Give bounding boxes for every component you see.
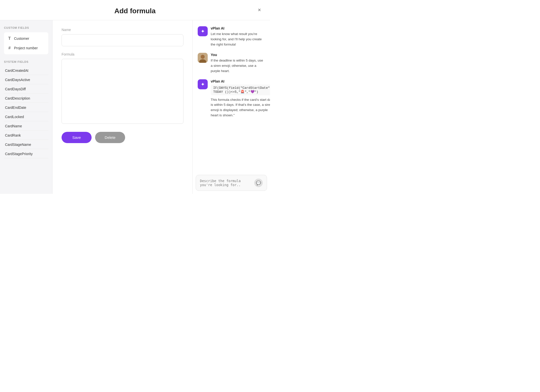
name-field-group: Name xyxy=(62,28,183,46)
modal-title: Add formula xyxy=(114,7,156,15)
message-sender: You xyxy=(211,53,265,57)
message-sender: vPlan AI xyxy=(211,26,265,30)
modal-header: Add formula × xyxy=(0,0,270,20)
chat-message: ✦ vPlan AIIF(DAYS(field("CardStartDate")… xyxy=(198,79,265,118)
system-field-item[interactable]: CardName xyxy=(4,122,48,131)
message-text: Let me know what result you're looking f… xyxy=(211,32,265,47)
message-code: IF(DAYS(field("CardStartDate"), TODAY ()… xyxy=(211,85,270,95)
chat-message: ✦ vPlan AILet me know what result you're… xyxy=(198,26,265,47)
message-text: If the deadline is within 5 days, use a … xyxy=(211,58,265,74)
system-fields-title: SYSTEM FIELDS xyxy=(4,60,48,63)
avatar: ✦ xyxy=(198,26,208,36)
custom-field-item[interactable]: T Customer xyxy=(4,34,48,43)
system-field-item[interactable]: CardStageName xyxy=(4,140,48,149)
chat-messages: ✦ vPlan AILet me know what result you're… xyxy=(193,20,270,172)
system-field-item[interactable]: CardStagePriority xyxy=(4,150,48,158)
formula-field-group: Formula xyxy=(62,52,183,125)
message-text: This formula checks if the card's start … xyxy=(211,97,270,118)
custom-fields-title: CUSTOM FIELDS xyxy=(4,26,48,29)
middle-panel: Name Formula Save Delete xyxy=(53,20,192,194)
ai-panel: ✦ vPlan AILet me know what result you're… xyxy=(192,20,270,194)
system-field-item[interactable]: CardDaysDiff xyxy=(4,85,48,94)
system-field-item[interactable]: CardDaysActive xyxy=(4,76,48,84)
chat-send-button[interactable]: 💬 xyxy=(254,179,263,187)
custom-field-item[interactable]: # Project number xyxy=(4,43,48,53)
chat-input[interactable] xyxy=(200,179,252,187)
system-field-item[interactable]: CardDescription xyxy=(4,94,48,103)
formula-input[interactable] xyxy=(62,59,183,124)
message-content: YouIf the deadline is within 5 days, use… xyxy=(211,53,265,74)
custom-fields-list: T Customer # Project number xyxy=(4,32,48,54)
message-content: vPlan AILet me know what result you're l… xyxy=(211,26,265,47)
message-content: vPlan AIIF(DAYS(field("CardStartDate"), … xyxy=(211,79,270,118)
close-button[interactable]: × xyxy=(258,7,261,13)
name-label: Name xyxy=(62,28,183,32)
avatar xyxy=(198,53,208,63)
chat-send-icon: 💬 xyxy=(256,181,261,185)
formula-label: Formula xyxy=(62,52,183,56)
ai-avatar-icon: ✦ xyxy=(201,28,205,34)
message-sender: vPlan AI xyxy=(211,79,270,83)
system-field-item[interactable]: CardLocked xyxy=(4,113,48,121)
system-field-item[interactable]: CardRank xyxy=(4,131,48,140)
ai-avatar-icon: ✦ xyxy=(201,81,205,87)
field-label: Project number xyxy=(14,46,38,50)
chat-input-area[interactable]: 💬 xyxy=(196,175,267,191)
modal-body: CUSTOM FIELDS T Customer # Project numbe… xyxy=(0,20,270,194)
system-fields-list: CardCreatedAtCardDaysActiveCardDaysDiffC… xyxy=(4,66,48,158)
action-buttons: Save Delete xyxy=(62,132,183,143)
save-button[interactable]: Save xyxy=(62,132,92,143)
chat-message: YouIf the deadline is within 5 days, use… xyxy=(198,53,265,74)
avatar: ✦ xyxy=(198,79,208,89)
name-input[interactable] xyxy=(62,34,183,46)
user-avatar-img xyxy=(198,53,208,63)
system-field-item[interactable]: CardCreatedAt xyxy=(4,66,48,75)
svg-point-1 xyxy=(201,55,205,59)
sidebar: CUSTOM FIELDS T Customer # Project numbe… xyxy=(0,20,53,194)
field-label: Customer xyxy=(14,37,29,41)
field-type-icon: # xyxy=(8,46,12,50)
field-type-icon: T xyxy=(8,36,12,41)
delete-button[interactable]: Delete xyxy=(95,132,125,143)
system-field-item[interactable]: CardEndDate xyxy=(4,103,48,112)
